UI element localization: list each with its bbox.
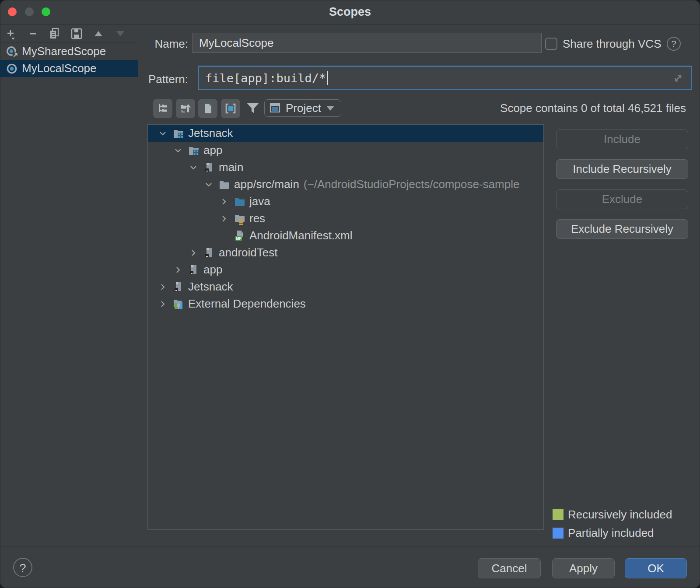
scope-item-shared[interactable]: MySharedScope (0, 43, 138, 60)
chevron-right-icon[interactable] (158, 299, 168, 309)
exclude-recursively-button[interactable]: Exclude Recursively (556, 219, 688, 239)
legend-partially-included: Partially included (553, 526, 654, 540)
recursively-included-swatch (553, 509, 564, 520)
legend-recursively-included: Recursively included (553, 508, 672, 522)
java-folder-icon (234, 196, 246, 208)
partially-included-swatch (553, 528, 564, 539)
chevron-right-icon[interactable] (219, 196, 229, 207)
show-files-icon (202, 102, 214, 115)
libraries-icon (172, 298, 185, 310)
pattern-label: Pattern: (144, 73, 188, 86)
tree-row[interactable]: app (148, 261, 543, 278)
legend-label: Recursively included (568, 508, 672, 522)
scope-list-panel: MySharedScope MyLocalScope (0, 24, 138, 546)
scope-list-toolbar (0, 24, 138, 43)
footer-divider (0, 546, 700, 546)
tree-row-label: androidTest (219, 246, 277, 259)
tree-row[interactable]: app/src/main (~/AndroidStudioProjects/co… (148, 176, 543, 193)
project-view-dropdown[interactable]: Project (264, 99, 341, 117)
show-included-only-icon (224, 102, 237, 115)
res-folder-icon (234, 213, 246, 225)
group-by-packages-icon (179, 102, 192, 115)
chevron-down-icon (326, 106, 334, 111)
scope-item-local[interactable]: MyLocalScope (0, 60, 138, 77)
show-files-toggle[interactable] (198, 99, 217, 118)
scope-item-label: MySharedScope (22, 45, 106, 58)
tree-row-path: (~/AndroidStudioProjects/compose-sample (304, 178, 520, 191)
chevron-down-icon[interactable] (173, 145, 183, 156)
tree-row[interactable]: androidTest (148, 244, 543, 261)
tree-row[interactable]: java (148, 193, 543, 210)
file-tree: Jetsnack app main (147, 124, 544, 530)
remove-scope-button[interactable] (22, 25, 44, 42)
module-folder-icon (188, 144, 200, 157)
share-vcs-checkbox[interactable] (545, 38, 557, 50)
tree-row[interactable]: External Dependencies (148, 295, 543, 312)
include-recursively-button[interactable]: Include Recursively (556, 159, 688, 179)
title-bar: Scopes (0, 0, 700, 24)
tree-row-label: java (249, 195, 270, 208)
source-set-icon (172, 281, 185, 293)
apply-button[interactable]: Apply (552, 558, 615, 578)
group-by-packages-toggle[interactable] (176, 99, 195, 118)
chevron-down-icon[interactable] (203, 179, 214, 190)
ok-button[interactable]: OK (625, 558, 687, 578)
move-up-icon[interactable] (88, 25, 109, 42)
exclude-button: Exclude (556, 189, 688, 209)
save-scope-button[interactable] (66, 25, 88, 42)
chevron-down-icon[interactable] (188, 162, 199, 173)
tree-row-label: Jetsnack (188, 126, 233, 140)
share-vcs-label: Share through VCS (563, 37, 661, 51)
scope-item-label: MyLocalScope (22, 62, 97, 75)
project-view-label: Project (286, 102, 321, 115)
move-down-icon (109, 25, 131, 42)
tree-row[interactable]: res (148, 210, 543, 227)
copy-scope-button[interactable] (44, 25, 66, 42)
text-caret (327, 71, 328, 85)
tree-row-label: app (203, 263, 222, 276)
add-scope-button[interactable] (0, 25, 22, 42)
chevron-right-icon[interactable] (158, 282, 168, 292)
vcs-help-icon[interactable]: ? (667, 37, 681, 51)
tree-row-label: res (249, 212, 265, 225)
tree-row[interactable]: Jetsnack (148, 278, 543, 295)
manifest-file-icon: MF (234, 230, 246, 242)
project-view-icon (269, 102, 281, 114)
module-folder-icon (172, 127, 185, 140)
svg-text:MF: MF (236, 236, 241, 241)
window-title: Scopes (0, 5, 700, 19)
tree-row-label: AndroidManifest.xml (249, 229, 353, 242)
tree-row[interactable]: MF AndroidManifest.xml (148, 227, 543, 244)
folder-icon (218, 178, 231, 191)
show-tree-structure-toggle[interactable] (153, 99, 172, 118)
scope-list: MySharedScope MyLocalScope (0, 43, 138, 77)
tree-row[interactable]: app (148, 142, 543, 159)
scopes-dialog: Scopes (0, 0, 700, 588)
chevron-right-icon[interactable] (219, 214, 229, 224)
tree-row-label: External Dependencies (188, 297, 306, 311)
show-included-only-toggle[interactable] (221, 99, 240, 118)
pattern-input[interactable]: file[app]:build/* (198, 66, 692, 90)
local-scope-icon (5, 62, 18, 75)
source-set-icon (203, 161, 215, 174)
expand-pattern-icon[interactable] (671, 71, 686, 88)
tree-row[interactable]: main (148, 159, 543, 176)
filter-icon[interactable] (245, 101, 261, 118)
name-label: Name: (144, 37, 188, 51)
help-button[interactable]: ? (13, 558, 32, 577)
pattern-value: file[app]:build/* (205, 71, 326, 85)
chevron-right-icon[interactable] (173, 265, 183, 275)
tree-row-label: app/src/main (234, 178, 299, 191)
scope-name-input[interactable] (192, 33, 542, 53)
cancel-button[interactable]: Cancel (478, 558, 541, 578)
show-tree-structure-icon (157, 102, 169, 115)
legend-label: Partially included (568, 526, 654, 540)
chevron-placeholder (219, 231, 229, 241)
chevron-right-icon[interactable] (188, 248, 199, 258)
tree-row[interactable]: Jetsnack (148, 125, 543, 142)
scope-status-text: Scope contains 0 of total 46,521 files (500, 102, 686, 115)
tree-row-label: Jetsnack (188, 280, 233, 294)
source-set-icon (188, 264, 200, 276)
chevron-down-icon[interactable] (158, 128, 168, 139)
source-set-icon (203, 247, 215, 259)
